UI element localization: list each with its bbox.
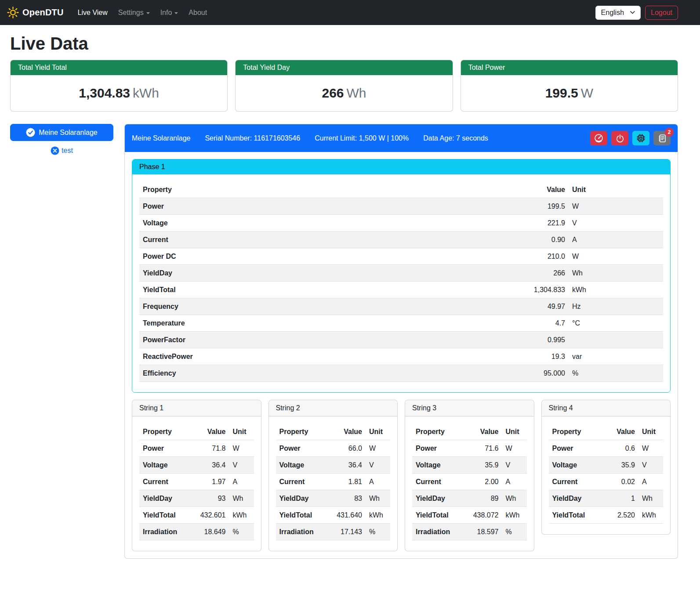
column-unit: Unit: [229, 423, 254, 440]
property-cell: YieldDay: [412, 490, 462, 507]
table-row: Irradiation18.597%: [412, 524, 527, 540]
card-total-power: Total Power 199.5W: [461, 60, 678, 112]
nav-item-about[interactable]: About: [185, 5, 210, 20]
unit-cell: A: [502, 474, 527, 490]
property-cell: Power: [139, 198, 522, 215]
unit-cell: %: [502, 524, 527, 540]
card-value: 1,304.83: [79, 86, 130, 100]
brand[interactable]: OpenDTU: [7, 7, 64, 18]
inverter-sidebar: Meine Solaranlage test: [10, 124, 113, 155]
property-cell: Power: [276, 440, 326, 457]
string-title: String 4: [542, 400, 671, 416]
event-log-button[interactable]: 2: [653, 131, 671, 145]
value-cell: 35.9: [598, 457, 638, 474]
property-cell: YieldTotal: [276, 507, 326, 524]
property-cell: Voltage: [139, 457, 189, 474]
string-3-card: String 3 Property Value Unit: [405, 400, 534, 551]
table-row: Voltage35.9V: [412, 457, 527, 474]
table-row: Voltage221.9V: [139, 215, 663, 232]
property-cell: Power: [549, 440, 598, 457]
table-header-row: Property Value Unit: [139, 181, 663, 198]
language-value: English: [601, 9, 624, 17]
string-title: String 2: [269, 400, 398, 416]
chevron-down-icon: [146, 12, 150, 14]
table-row: YieldDay266Wh: [139, 265, 663, 282]
property-cell: Voltage: [139, 215, 522, 232]
property-cell: Current: [276, 474, 326, 490]
sun-icon: [7, 7, 19, 18]
card-value: 266: [322, 86, 344, 100]
string-4-table: Property Value Unit Power0.6WVoltage35.9…: [549, 423, 664, 524]
table-row: Current0.02A: [549, 474, 664, 490]
unit-cell: °C: [569, 315, 663, 332]
inverter-card: Meine Solaranlage Serial Number: 1161716…: [124, 124, 678, 559]
brand-name: OpenDTU: [22, 7, 64, 18]
unit-cell: V: [638, 457, 663, 474]
table-row: YieldTotal2.520kWh: [549, 507, 664, 524]
table-row: ReactivePower19.3var: [139, 348, 663, 365]
string-1-card: String 1 Property Value Unit: [132, 400, 261, 551]
table-row: Irradiation18.649%: [139, 524, 254, 540]
language-select[interactable]: English: [595, 6, 641, 20]
nav-item-settings[interactable]: Settings: [115, 5, 153, 20]
value-cell: 0.6: [598, 440, 638, 457]
unit-cell: %: [229, 524, 254, 540]
nav-right: English Logout: [595, 6, 678, 20]
inverter-actions: 2: [590, 131, 671, 145]
table-row: PowerFactor0.995: [139, 332, 663, 348]
value-cell: 66.0: [325, 440, 366, 457]
unit-cell: %: [366, 524, 390, 540]
power-button[interactable]: [611, 131, 628, 145]
unit-cell: V: [229, 457, 254, 474]
string-2-card: String 2 Property Value Unit: [268, 400, 398, 551]
column-property: Property: [139, 181, 522, 198]
property-cell: Current: [139, 232, 522, 248]
phase-title: Phase 1: [132, 159, 670, 174]
device-info-button[interactable]: [632, 131, 649, 145]
property-cell: YieldDay: [276, 490, 326, 507]
column-value: Value: [189, 423, 229, 440]
table-row: YieldTotal1,304.833kWh: [139, 282, 663, 298]
value-cell: 1.97: [189, 474, 229, 490]
unit-cell: V: [569, 215, 663, 232]
property-cell: Frequency: [139, 298, 522, 315]
column-value: Value: [598, 423, 638, 440]
logout-button[interactable]: Logout: [645, 6, 678, 20]
card-title: Total Yield Day: [236, 60, 452, 75]
inverter-name: Meine Solaranlage: [132, 134, 190, 142]
nav-item-live-view[interactable]: Live View: [74, 5, 111, 20]
property-cell: Voltage: [549, 457, 598, 474]
unit-cell: Wh: [502, 490, 527, 507]
nav-item-info[interactable]: Info: [157, 5, 182, 20]
page-content: Live Data Total Yield Total 1,304.83kWh …: [0, 25, 700, 569]
page-title: Live Data: [10, 34, 678, 54]
property-cell: YieldTotal: [412, 507, 462, 524]
value-cell: 2.520: [598, 507, 638, 524]
column-value: Value: [522, 181, 569, 198]
table-row: YieldDay89Wh: [412, 490, 527, 507]
card-total-yield-total: Total Yield Total 1,304.83kWh: [10, 60, 228, 112]
table-row: Power199.5W: [139, 198, 663, 215]
table-row: YieldTotal432.601kWh: [139, 507, 254, 524]
limit-settings-button[interactable]: [590, 131, 607, 145]
table-row: Irradiation17.143%: [276, 524, 391, 540]
property-cell: Irradiation: [139, 524, 189, 540]
unit-cell: kWh: [366, 507, 390, 524]
inverter-select-button[interactable]: Meine Solaranlage: [10, 124, 113, 141]
table-header-row: Property Value Unit: [412, 423, 527, 440]
value-cell: 1,304.833: [522, 282, 569, 298]
property-cell: YieldTotal: [549, 507, 598, 524]
unit-cell: V: [502, 457, 527, 474]
unit-cell: Hz: [569, 298, 663, 315]
card-total-yield-day: Total Yield Day 266Wh: [235, 60, 453, 112]
sidebar-item-test[interactable]: test: [10, 146, 113, 155]
table-row: YieldTotal431.640kWh: [276, 507, 391, 524]
property-cell: Voltage: [276, 457, 326, 474]
value-cell: 18.597: [462, 524, 502, 540]
cpu-icon: [636, 134, 646, 143]
unit-cell: W: [638, 440, 663, 457]
column-unit: Unit: [569, 181, 663, 198]
string-title: String 1: [132, 400, 261, 416]
summary-cards: Total Yield Total 1,304.83kWh Total Yiel…: [10, 60, 678, 112]
table-row: Voltage36.4V: [276, 457, 391, 474]
